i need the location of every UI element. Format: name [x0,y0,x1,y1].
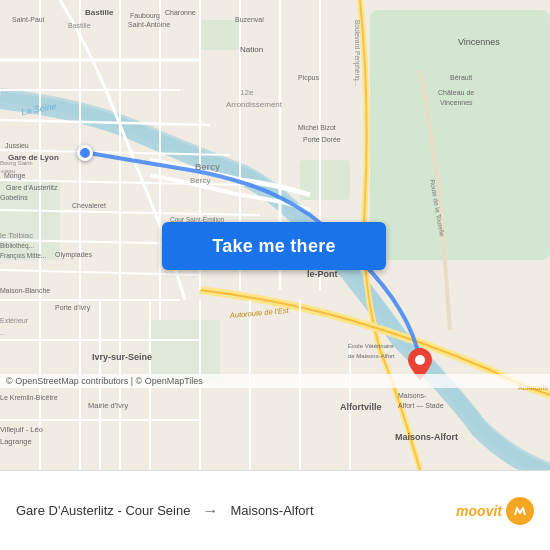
moovit-label: moovit [456,503,502,519]
svg-point-86 [415,355,425,365]
svg-text:Château de: Château de [438,89,474,96]
map-container: Saint-Paul Bastille Bastille Charonne Fa… [0,0,550,470]
svg-point-87 [510,501,530,521]
svg-text:Bibliothèq...: Bibliothèq... [0,242,34,250]
route-info: Gare D'Austerlitz - Cour Seine → Maisons… [16,502,456,520]
svg-text:École Vétérinaire: École Vétérinaire [348,343,394,349]
svg-rect-1 [370,10,550,260]
svg-text:Saint-Antoine: Saint-Antoine [128,21,170,28]
svg-text:Olympiades: Olympiades [55,251,92,259]
svg-text:Porte Dorée: Porte Dorée [303,136,341,143]
svg-text:Buzenval: Buzenval [235,16,264,23]
svg-text:Vincennes: Vincennes [458,37,500,47]
svg-text:Jussieu: Jussieu [5,142,29,149]
svg-text:Bastille: Bastille [85,8,114,17]
svg-text:Nation: Nation [240,45,263,54]
svg-text:Maisons-: Maisons- [398,392,427,399]
svg-text:Extérieur: Extérieur [0,317,29,324]
origin-marker [77,145,93,161]
route-origin: Gare D'Austerlitz - Cour Seine [16,503,190,518]
svg-text:François Mitte...: François Mitte... [0,252,46,260]
moovit-icon [506,497,534,525]
svg-text:Faubourg: Faubourg [130,12,160,20]
svg-text:le Tolbiac: le Tolbiac [0,231,33,240]
svg-text:Bérault: Bérault [450,74,472,81]
svg-text:Michel Bizot: Michel Bizot [298,124,336,131]
route-arrow: → [202,502,218,520]
svg-rect-2 [200,20,240,50]
svg-text:de Maisons-Alfort: de Maisons-Alfort [348,353,395,359]
svg-text:Saint-Paul: Saint-Paul [12,16,45,23]
svg-text:-ceau: -ceau [0,168,15,174]
svg-text:Boulevard Périphériq...: Boulevard Périphériq... [353,20,361,86]
copyright-bar: © OpenStreetMap contributors | © OpenMap… [0,374,550,388]
svg-text:Ivry-sur-Seine: Ivry-sur-Seine [92,352,152,362]
svg-text:Lagrange: Lagrange [0,437,32,446]
svg-text:Alfort — Stade: Alfort — Stade [398,402,444,409]
svg-text:Gobelins: Gobelins [0,194,28,201]
svg-text:Mairie d'Ivry: Mairie d'Ivry [88,401,128,410]
svg-text:Arrondissement: Arrondissement [226,100,283,109]
svg-text:Maison-Blanche: Maison-Blanche [0,287,50,294]
take-me-there-button[interactable]: Take me there [162,222,386,270]
svg-text:Gare d'Austerlitz: Gare d'Austerlitz [6,184,58,191]
svg-rect-4 [150,320,220,380]
svg-text:Bourg Saint-: Bourg Saint- [0,160,33,166]
moovit-logo: moovit [456,497,534,525]
svg-text:Chevaleret: Chevaleret [72,202,106,209]
svg-text:...: ... [0,330,5,336]
svg-text:Picpus: Picpus [298,74,320,82]
svg-text:Vincennes: Vincennes [440,99,473,106]
route-destination: Maisons-Alfort [230,503,313,518]
svg-text:Maisons-Alfort: Maisons-Alfort [395,432,458,442]
svg-text:Villejuif - Léo: Villejuif - Léo [0,425,43,434]
svg-text:Le Kremlin-Bicêtre: Le Kremlin-Bicêtre [0,394,58,401]
svg-text:Bercy: Bercy [190,176,210,185]
svg-text:Alfortville: Alfortville [340,402,382,412]
svg-text:Bastille: Bastille [68,22,91,29]
svg-text:le-Pont: le-Pont [307,269,338,279]
svg-text:Porte d'Ivry: Porte d'Ivry [55,304,91,312]
svg-text:Charonne: Charonne [165,9,196,16]
svg-text:12e: 12e [240,88,254,97]
bottom-bar: Gare D'Austerlitz - Cour Seine → Maisons… [0,470,550,550]
